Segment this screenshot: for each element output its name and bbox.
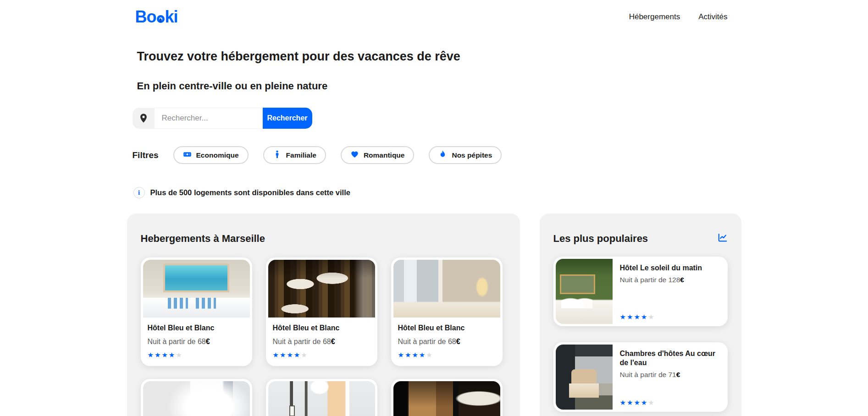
popular-card-body: Chambres d'hôtes Au cœur de l'eau Nuit à… <box>613 345 725 410</box>
star-filled-icon: ★ <box>627 313 634 321</box>
lodging-price: Nuit à partir de 68€ <box>148 338 245 346</box>
nav-link-hebergements[interactable]: Hébergements <box>629 12 680 22</box>
popular-title: Les plus populaires <box>553 233 648 245</box>
search-input[interactable] <box>155 108 263 129</box>
rating-stars: ★★★★★ <box>273 351 370 358</box>
star-filled-icon: ★ <box>273 351 280 359</box>
lodging-photo <box>268 260 375 317</box>
popular-photo <box>556 345 613 410</box>
content-columns: Hebergements à Marseille Hôtel Bleu et B… <box>127 213 741 416</box>
star-filled-icon: ★ <box>398 351 405 359</box>
lodging-card[interactable] <box>391 379 503 416</box>
star-filled-icon: ★ <box>412 351 419 359</box>
filter-label: Romantique <box>364 151 405 159</box>
filter-nos-pepites[interactable]: Nos pépites <box>429 146 502 164</box>
lodgings-section: Hebergements à Marseille Hôtel Bleu et B… <box>127 213 520 416</box>
popular-name: Hôtel Le soleil du matin <box>620 263 724 273</box>
filter-label: Familiale <box>286 151 316 159</box>
popular-header: Les plus populaires <box>553 233 728 245</box>
lodgings-grid: Hôtel Bleu et Blanc Nuit à partir de 68€… <box>141 257 506 416</box>
map-pin-in-o-icon <box>157 15 165 23</box>
filters-label: Filtres <box>133 150 159 160</box>
lodging-photo <box>393 260 500 317</box>
star-filled-icon: ★ <box>280 351 287 359</box>
filters-bar: Filtres Economique Familiale Romantique … <box>133 146 741 164</box>
star-filled-icon: ★ <box>641 313 648 321</box>
star-filled-icon: ★ <box>155 351 161 359</box>
star-filled-icon: ★ <box>287 351 293 359</box>
logo-text-start: Bo <box>135 7 156 26</box>
page-container: Boki Hébergements Activités Trouvez votr… <box>127 0 741 416</box>
lodging-card-body: Hôtel Bleu et Blanc Nuit à partir de 68€… <box>268 317 375 364</box>
lodging-name: Hôtel Bleu et Blanc <box>398 324 496 332</box>
lodging-price: Nuit à partir de 68€ <box>398 338 496 346</box>
search-bar: Rechercher <box>133 108 312 129</box>
star-filled-icon: ★ <box>161 351 168 359</box>
star-filled-icon: ★ <box>419 351 426 359</box>
star-filled-icon: ★ <box>641 399 648 406</box>
filter-familiale[interactable]: Familiale <box>263 146 326 164</box>
person-icon <box>273 150 282 160</box>
lodging-name: Hôtel Bleu et Blanc <box>148 324 245 332</box>
filter-romantique[interactable]: Romantique <box>341 146 415 164</box>
lodging-photo <box>143 260 250 317</box>
booki-logo[interactable]: Boki <box>135 7 178 27</box>
page-title: Trouvez votre hébergement pour des vacan… <box>137 49 741 64</box>
page-subtitle: En plein centre-ville ou en pleine natur… <box>137 80 741 92</box>
lodging-card[interactable]: Hôtel Bleu et Blanc Nuit à partir de 68€… <box>391 257 503 366</box>
filter-label: Nos pépites <box>452 151 492 159</box>
rating-stars: ★★★★★ <box>620 399 724 406</box>
star-empty-icon: ★ <box>426 351 433 359</box>
lodging-photo <box>143 381 250 416</box>
star-filled-icon: ★ <box>148 351 155 359</box>
lodging-price: Nuit à partir de 68€ <box>273 338 370 346</box>
star-filled-icon: ★ <box>634 313 641 321</box>
logo-text-end: ki <box>165 7 178 26</box>
lodging-card[interactable]: Hôtel Bleu et Blanc Nuit à partir de 68€… <box>141 257 252 366</box>
popular-card[interactable]: Chambres d'hôtes Au cœur de l'eau Nuit à… <box>553 342 728 412</box>
popular-section: Les plus populaires Hôtel Le soleil du m… <box>540 213 741 416</box>
star-empty-icon: ★ <box>648 399 655 406</box>
star-empty-icon: ★ <box>301 351 308 359</box>
lodging-card-body: Hôtel Bleu et Blanc Nuit à partir de 68€… <box>143 317 250 364</box>
popular-card-body: Hôtel Le soleil du matin Nuit à partir d… <box>613 259 725 324</box>
star-empty-icon: ★ <box>176 351 182 359</box>
popular-photo <box>556 259 613 324</box>
popular-name: Chambres d'hôtes Au cœur de l'eau <box>620 349 724 367</box>
rating-stars: ★★★★★ <box>398 351 496 358</box>
star-filled-icon: ★ <box>405 351 412 359</box>
search-button[interactable]: Rechercher <box>263 108 312 129</box>
star-filled-icon: ★ <box>634 399 641 406</box>
money-bill-icon <box>183 150 192 160</box>
heart-icon <box>350 150 359 160</box>
lodging-card[interactable]: Hôtel Bleu et Blanc Nuit à partir de 68€… <box>266 257 377 366</box>
lodging-card[interactable] <box>266 379 377 416</box>
popular-price: Nuit à partir de 128€ <box>620 276 724 284</box>
star-filled-icon: ★ <box>627 399 634 406</box>
popular-price: Nuit à partir de 71€ <box>620 371 724 379</box>
rating-stars: ★★★★★ <box>148 351 245 358</box>
lodging-card-body: Hôtel Bleu et Blanc Nuit à partir de 68€… <box>393 317 500 364</box>
star-filled-icon: ★ <box>294 351 301 359</box>
lodging-card[interactable] <box>141 379 252 416</box>
info-banner: i Plus de 500 logements sont disponibles… <box>133 187 741 198</box>
fire-icon <box>438 150 447 160</box>
popular-card[interactable]: Hôtel Le soleil du matin Nuit à partir d… <box>553 257 728 326</box>
nav-link-activites[interactable]: Activités <box>698 12 727 22</box>
star-filled-icon: ★ <box>620 313 627 321</box>
header: Boki Hébergements Activités <box>127 0 741 27</box>
lodging-photo <box>393 381 500 416</box>
filter-label: Economique <box>196 151 239 159</box>
location-pin-icon <box>133 108 155 129</box>
main-nav: Hébergements Activités <box>629 12 735 22</box>
lodgings-title: Hebergements à Marseille <box>141 233 506 245</box>
filter-economique[interactable]: Economique <box>173 146 249 164</box>
info-icon: i <box>133 187 145 198</box>
star-filled-icon: ★ <box>620 399 627 406</box>
lodging-name: Hôtel Bleu et Blanc <box>273 324 370 332</box>
star-filled-icon: ★ <box>169 351 176 359</box>
info-text: Plus de 500 logements sont disponibles d… <box>150 188 350 197</box>
lodging-photo <box>268 381 375 416</box>
star-empty-icon: ★ <box>648 313 655 321</box>
rating-stars: ★★★★★ <box>620 313 724 320</box>
